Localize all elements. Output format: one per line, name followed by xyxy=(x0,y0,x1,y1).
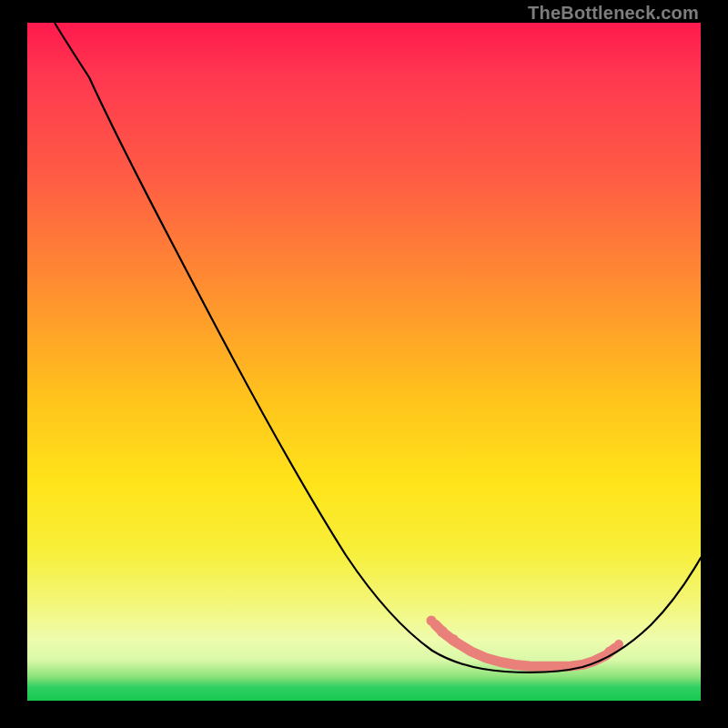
valley-highlight-stroke xyxy=(435,624,615,666)
valley-dot xyxy=(437,626,448,637)
curve-svg xyxy=(27,23,701,701)
valley-dot xyxy=(448,634,459,645)
valley-dot xyxy=(427,616,437,626)
plot-area xyxy=(27,23,701,701)
chart-frame: TheBottleneck.com xyxy=(0,0,728,728)
bottleneck-curve-path xyxy=(55,23,701,672)
watermark-text: TheBottleneck.com xyxy=(528,3,699,24)
valley-highlight xyxy=(427,616,624,667)
